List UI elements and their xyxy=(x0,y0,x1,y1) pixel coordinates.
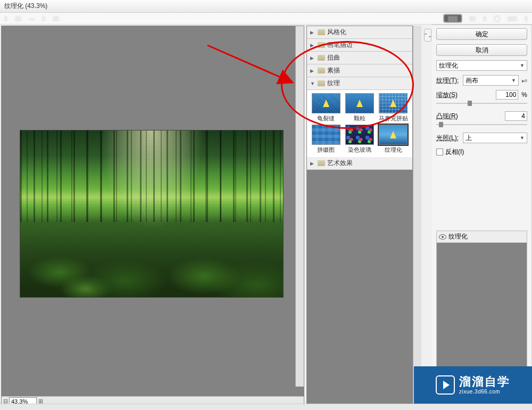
watermark-title: 溜溜自学 xyxy=(459,375,510,388)
texture-type-dropdown[interactable]: 画布 ▼ xyxy=(463,75,519,86)
folder-icon xyxy=(318,80,325,86)
light-label: 光照(L): xyxy=(436,134,460,143)
collapse-button[interactable]: ⌃⌄ xyxy=(424,29,431,42)
chevron-right-icon: ▶ xyxy=(310,161,315,166)
filter-patchwork[interactable]: 拼缀图 xyxy=(310,125,342,154)
folder-icon xyxy=(318,68,325,73)
menu-bar: ▯▯▯—▯▯▯ ▯▯▯ ▯▯▯◯▯▯▯▯ xyxy=(0,13,532,24)
chevron-right-icon: ▶ xyxy=(310,55,315,61)
filter-label: 染色玻璃 xyxy=(348,146,371,154)
category-label: 素描 xyxy=(327,66,340,75)
chevron-expand-icon: ⌃⌄ xyxy=(423,32,432,38)
scaling-slider[interactable] xyxy=(436,100,527,107)
chevron-right-icon: ▶ xyxy=(310,43,315,48)
category-texture[interactable]: ▼ 纹理 xyxy=(307,77,412,90)
chevron-right-icon: ▶ xyxy=(310,68,315,73)
category-label: 画笔描边 xyxy=(327,40,353,50)
filter-label: 龟裂缝 xyxy=(317,114,335,122)
footer-bar xyxy=(0,404,532,410)
texture-label: 纹理(T): xyxy=(436,76,460,85)
preview-panel: ⊟ ⊞ xyxy=(1,26,304,406)
light-direction-dropdown[interactable]: 上 ▼ xyxy=(463,133,527,143)
texture-filter-grid: 龟裂缝 颗粒 马赛克拼贴 拼缀图 染色玻璃 xyxy=(307,90,412,157)
category-brush[interactable]: ▶ 画笔描边 xyxy=(307,39,412,52)
folder-icon xyxy=(318,160,325,166)
watermark-url: zixue.3d66.com xyxy=(459,389,510,395)
category-distort[interactable]: ▶ 扭曲 xyxy=(307,52,412,64)
visibility-icon[interactable] xyxy=(439,234,446,240)
folder-icon xyxy=(318,42,325,48)
preview-image xyxy=(20,130,283,297)
cancel-button[interactable]: 取消 xyxy=(436,44,527,56)
filter-label: 拼缀图 xyxy=(317,146,335,154)
folder-icon xyxy=(318,29,325,35)
chevron-down-icon: ▼ xyxy=(310,81,315,86)
category-label: 纹理 xyxy=(327,79,340,88)
relief-label: 凸现(R) xyxy=(436,112,502,121)
dropdown-value: 画布 xyxy=(466,76,478,85)
layer-name: 纹理化 xyxy=(448,232,468,241)
dropdown-value: 纹理化 xyxy=(439,61,458,70)
filter-label: 纹理化 xyxy=(385,146,402,154)
chevron-down-icon: ▼ xyxy=(520,135,525,141)
watermark: 溜溜自学 zixue.3d66.com xyxy=(414,366,532,404)
filter-stained-glass[interactable]: 染色玻璃 xyxy=(344,125,375,154)
category-stylize[interactable]: ▶ 风格化 xyxy=(307,26,412,39)
settings-panel: 确定 取消 纹理化 ▼ 纹理(T): 画布 ▼ ▸≡ 缩放(S) % xyxy=(432,24,532,410)
percent-label: % xyxy=(521,91,527,99)
popup-menu-icon[interactable]: ▸≡ xyxy=(522,78,527,83)
relief-slider[interactable] xyxy=(436,121,527,128)
category-artistic[interactable]: ▶ 艺术效果 xyxy=(307,157,412,170)
play-logo-icon xyxy=(436,375,455,395)
category-sketch[interactable]: ▶ 素描 xyxy=(307,64,412,77)
scaling-label: 缩放(S) xyxy=(436,91,493,100)
scaling-input[interactable] xyxy=(496,90,518,100)
chevron-down-icon: ▼ xyxy=(511,78,516,83)
invert-checkbox[interactable] xyxy=(436,149,443,155)
chevron-down-icon: ▼ xyxy=(520,63,525,68)
filter-craquelure[interactable]: 龟裂缝 xyxy=(310,93,342,122)
filter-mosaic[interactable]: 马赛克拼贴 xyxy=(378,93,409,122)
filter-label: 马赛克拼贴 xyxy=(379,114,408,122)
dropdown-value: 上 xyxy=(466,134,472,143)
filter-texturizer[interactable]: 纹理化 xyxy=(378,125,409,154)
relief-input[interactable] xyxy=(505,111,527,121)
window-title: 纹理化 (43.3%) xyxy=(4,2,47,11)
folder-icon xyxy=(318,55,325,61)
filter-name-dropdown[interactable]: 纹理化 ▼ xyxy=(436,60,527,71)
ok-button[interactable]: 确定 xyxy=(436,28,527,40)
category-label: 艺术效果 xyxy=(327,159,353,168)
scrollbar-vertical[interactable] xyxy=(413,26,421,410)
filter-grain[interactable]: 颗粒 xyxy=(344,93,375,122)
scrollbar-vertical[interactable] xyxy=(295,26,304,387)
chevron-right-icon: ▶ xyxy=(310,30,315,35)
category-label: 风格化 xyxy=(327,28,346,37)
filter-label: 颗粒 xyxy=(354,114,365,122)
category-label: 扭曲 xyxy=(327,53,340,62)
invert-label: 反相(I) xyxy=(445,147,464,157)
